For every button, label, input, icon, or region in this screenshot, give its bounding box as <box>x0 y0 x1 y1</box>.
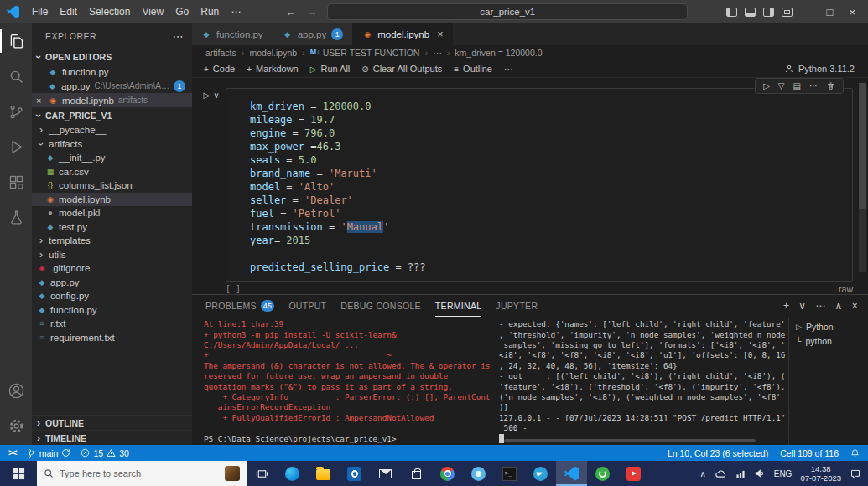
open-editor-function-py[interactable]: ◆function.py <box>32 65 192 79</box>
run-cell-button[interactable]: ▷ <box>203 90 210 100</box>
file-requirement-txt[interactable]: ≡requirement.txt <box>32 331 192 345</box>
file-app-py[interactable]: ◆app.py <box>32 276 192 290</box>
search-highlight-image[interactable] <box>225 466 240 481</box>
breadcrumb-item-artifacts[interactable]: artifacts <box>205 48 236 58</box>
close-icon[interactable]: × <box>437 28 443 40</box>
file-explorer-icon[interactable] <box>308 461 339 486</box>
cell-collapse-icon[interactable]: ∨ <box>213 90 219 100</box>
execute-below-icon[interactable]: ▽ <box>778 82 785 90</box>
open-editors-header[interactable]: › OPEN EDITORS <box>32 49 192 65</box>
mail-icon[interactable] <box>370 461 401 486</box>
file-function-py[interactable]: ◆function.py <box>32 303 192 318</box>
language-indicator[interactable]: ENG <box>774 469 793 478</box>
toggle-secondary-sidebar-icon[interactable] <box>763 8 774 17</box>
menu-file[interactable]: File <box>26 3 54 20</box>
menu-selection[interactable]: Selection <box>83 3 136 20</box>
terminal-item-python[interactable]: └python <box>789 333 868 348</box>
breadcrumb-item-more[interactable]: ⋯ <box>433 48 442 58</box>
window-search[interactable]: car_price_v1 <box>327 3 688 20</box>
forward-icon[interactable]: → <box>306 6 317 18</box>
kernel-picker[interactable]: Python 3.11.2 <box>784 64 868 74</box>
new-terminal-icon[interactable]: + <box>783 300 789 312</box>
panel-tab-problems[interactable]: PROBLEMS45 <box>205 295 274 317</box>
open-editor-app-py[interactable]: ◆app.pyC:\Users\Admin\App...1 <box>32 79 192 93</box>
anaconda-icon[interactable] <box>587 461 618 486</box>
start-button[interactable] <box>0 461 37 486</box>
youtube-icon[interactable] <box>618 461 649 486</box>
run-debug-icon[interactable] <box>0 129 32 164</box>
code-cell[interactable]: ▷▽▤⋯ km_driven = 120000.0mileage = 19.7e… <box>226 88 853 282</box>
explorer-more-icon[interactable]: ⋯ <box>173 30 185 43</box>
search-icon[interactable] <box>0 59 32 94</box>
file-model-pkl[interactable]: ●model.pkl <box>32 206 192 220</box>
panel-tab-jupyter[interactable]: JUPYTER <box>496 295 538 317</box>
chrome-icon[interactable] <box>432 461 463 486</box>
close-button[interactable]: × <box>845 6 860 18</box>
file-columns-list-json[interactable]: {}columns_list.json <box>32 178 192 193</box>
cell-language-picker[interactable]: raw <box>839 284 853 294</box>
maximize-button[interactable]: □ <box>823 6 838 18</box>
add-code-cell-button[interactable]: + Code <box>204 64 235 74</box>
clear-all-outputs-button[interactable]: ⊘ Clear All Outputs <box>361 64 442 74</box>
maximize-panel-icon[interactable]: ∧ <box>835 300 843 312</box>
settings-icon[interactable] <box>0 408 32 443</box>
sidebar-section-outline[interactable]: ›OUTLINE <box>32 415 192 430</box>
outline-button[interactable]: ≡ Outline <box>454 64 492 74</box>
menu-go[interactable]: Go <box>169 3 195 20</box>
panel-tab-debug-console[interactable]: DEBUG CONSOLE <box>340 295 421 317</box>
breadcrumb-item-km-driven-120000-0[interactable]: km_driven = 120000.0 <box>455 48 542 58</box>
breadcrumb-item-model-ipynb[interactable]: model.ipynb <box>249 48 297 58</box>
testing-icon[interactable] <box>0 199 32 235</box>
telegram-icon[interactable] <box>525 461 556 486</box>
back-icon[interactable]: ← <box>285 6 296 18</box>
file-utils[interactable]: ›utils <box>32 248 192 262</box>
notebook-scrollbar[interactable] <box>859 83 866 272</box>
microsoft-store-icon[interactable] <box>401 461 432 486</box>
tab-model-ipynb[interactable]: ◉model.ipynb× <box>353 23 453 45</box>
terminal-profile-icon[interactable]: ∨ <box>798 300 806 312</box>
more-actions-icon[interactable]: ⋯ <box>815 300 825 312</box>
terminal-hscrollbar[interactable] <box>504 439 756 442</box>
sidebar-section-timeline[interactable]: ›TIMELINE <box>32 430 192 445</box>
toggle-sidebar-icon[interactable] <box>726 8 737 17</box>
customize-layout-icon[interactable] <box>782 8 793 17</box>
extensions-icon[interactable] <box>0 164 32 199</box>
file-test-py[interactable]: ◆test.py <box>32 220 192 235</box>
file-pycache[interactable]: ›__pycache__ <box>32 123 192 137</box>
terminal-icon[interactable] <box>494 461 525 486</box>
add-markdown-cell-button[interactable]: + Markdown <box>247 64 299 74</box>
photos-icon[interactable] <box>463 461 494 486</box>
open-editor-model-ipynb[interactable]: ×◉model.ipynbartifacts <box>32 93 192 107</box>
taskbar-search[interactable]: Type here to search <box>37 461 247 486</box>
branch-indicator[interactable]: main <box>27 448 71 458</box>
cursor-position[interactable]: Ln 10, Col 23 (6 selected) <box>668 448 768 458</box>
task-view-button[interactable] <box>247 461 277 486</box>
account-icon[interactable] <box>0 373 32 408</box>
file-r-txt[interactable]: ≡r.txt <box>32 317 192 331</box>
terminal-left-pane[interactable]: At line:1 char:39+ python3 -m pip instal… <box>192 317 492 445</box>
close-icon[interactable]: × <box>36 96 41 106</box>
more-actions-icon[interactable]: ⋯ <box>809 82 818 90</box>
split-cell-icon[interactable]: ▤ <box>793 82 801 90</box>
file-gitignore[interactable]: ◈.gitignore <box>32 261 192 276</box>
breadcrumb-item-user-test-function[interactable]: M↓USER TEST FUNCTION <box>310 48 420 58</box>
terminal-item-python[interactable]: ▷Python <box>789 319 868 333</box>
file-model-ipynb[interactable]: ◉model.ipynb <box>32 193 192 207</box>
panel-tab-output[interactable]: OUTPUT <box>288 295 326 317</box>
tray-expand-icon[interactable]: ∧ <box>699 469 705 478</box>
terminal-right-pane[interactable]: - expected: {'names': ['left_child', 'ri… <box>492 317 788 445</box>
file-artifacts[interactable]: ›artifacts <box>32 137 192 152</box>
toggle-panel-icon[interactable] <box>745 8 756 17</box>
menu-run[interactable]: Run <box>195 3 225 20</box>
notifications-bell-icon[interactable] <box>850 448 860 458</box>
tab-app-py[interactable]: ◆app.py1 <box>273 23 354 45</box>
cell-code[interactable]: km_driven = 120000.0mileage = 19.7engine… <box>226 89 852 281</box>
network-icon[interactable] <box>735 469 746 478</box>
file-init-py[interactable]: ◆__init__.py <box>32 151 192 165</box>
close-panel-icon[interactable]: × <box>852 300 858 312</box>
outlook-icon[interactable] <box>339 461 370 486</box>
menu-view[interactable]: View <box>136 3 169 20</box>
project-header[interactable]: › CAR_PRICE_V1 <box>32 107 192 123</box>
volume-icon[interactable] <box>754 468 766 478</box>
delete-cell-icon[interactable] <box>826 81 835 90</box>
